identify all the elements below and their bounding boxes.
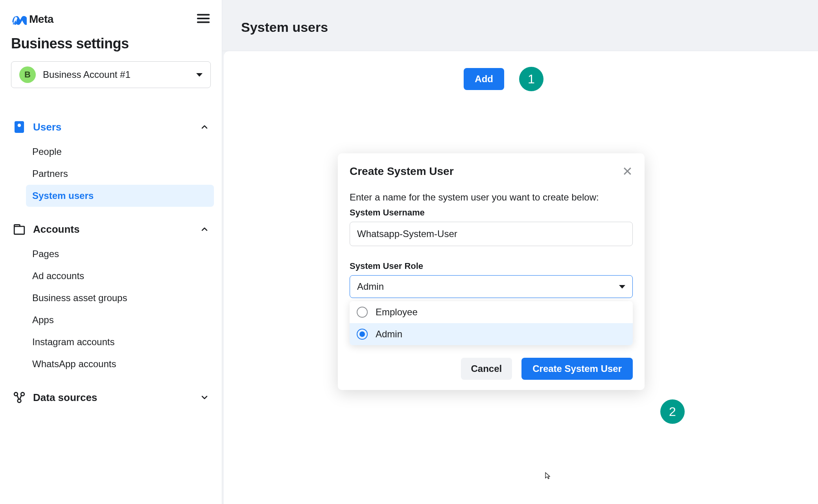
role-dropdown: Employee Admin: [350, 301, 633, 345]
account-selector[interactable]: B Business Account #1: [11, 61, 211, 88]
nav-item-pages[interactable]: Pages: [26, 243, 214, 265]
modal-title: Create System User: [350, 165, 454, 178]
brand-name: Meta: [29, 13, 53, 26]
nav-item-business-asset-groups[interactable]: Business asset groups: [26, 287, 214, 309]
nav-item-partners[interactable]: Partners: [26, 163, 214, 185]
system-username-input[interactable]: [350, 222, 633, 246]
data-sources-icon: [13, 391, 26, 404]
nav-group-users: Users People Partners System users: [11, 116, 211, 207]
main-area: System users Add 1 Create System User ✕ …: [222, 0, 818, 504]
nav-group-data-sources: Data sources: [11, 386, 211, 409]
create-system-user-button[interactable]: Create System User: [521, 358, 633, 380]
nav-label-accounts: Accounts: [33, 223, 193, 235]
caret-down-icon: [196, 73, 203, 77]
role-option-label: Employee: [376, 307, 418, 318]
add-button[interactable]: Add: [464, 68, 504, 90]
sidebar: Meta Business settings B Business Accoun…: [0, 0, 222, 504]
brand-logo: Meta: [11, 11, 53, 27]
meta-logo-icon: [11, 11, 27, 27]
chevron-up-icon: [200, 224, 209, 234]
page-title: Business settings: [11, 35, 211, 52]
hamburger-menu-icon[interactable]: [196, 11, 211, 28]
svg-rect-2: [14, 226, 24, 234]
svg-point-1: [18, 124, 21, 127]
toolbar-row: Add 1: [243, 67, 799, 91]
create-system-user-modal: Create System User ✕ Enter a name for th…: [338, 153, 645, 390]
nav-header-accounts[interactable]: Accounts: [11, 218, 211, 241]
users-icon: [13, 120, 26, 134]
nav-item-apps[interactable]: Apps: [26, 309, 214, 331]
role-option-employee[interactable]: Employee: [350, 301, 633, 323]
cancel-button[interactable]: Cancel: [461, 358, 512, 380]
role-option-label: Admin: [376, 329, 402, 340]
modal-header: Create System User ✕: [350, 165, 633, 178]
role-option-admin[interactable]: Admin: [350, 323, 633, 345]
role-selected-value: Admin: [357, 281, 384, 292]
nav-label-data-sources: Data sources: [33, 392, 193, 404]
cursor-pointer-icon: [542, 472, 551, 484]
content-card: Add 1 Create System User ✕ Enter a name …: [224, 51, 818, 504]
nav-item-people[interactable]: People: [26, 141, 214, 163]
header-row: Meta: [11, 11, 211, 28]
nav-header-data-sources[interactable]: Data sources: [11, 386, 211, 409]
nav-sub-accounts: Pages Ad accounts Business asset groups …: [11, 243, 211, 375]
system-user-role-select[interactable]: Admin: [350, 275, 633, 298]
caret-down-icon: [619, 285, 625, 289]
nav-item-instagram-accounts[interactable]: Instagram accounts: [26, 331, 214, 353]
username-label: System Username: [350, 208, 633, 218]
close-icon[interactable]: ✕: [622, 165, 633, 178]
nav-group-accounts: Accounts Pages Ad accounts Business asse…: [11, 218, 211, 375]
account-avatar: B: [19, 66, 36, 83]
accounts-icon: [13, 223, 26, 236]
nav-item-ad-accounts[interactable]: Ad accounts: [26, 265, 214, 287]
modal-description: Enter a name for the system user you wan…: [350, 192, 633, 203]
step-badge-1: 1: [519, 67, 543, 91]
svg-point-5: [18, 399, 21, 403]
step-badge-2: 2: [660, 399, 685, 424]
chevron-up-icon: [200, 122, 209, 132]
nav-label-users: Users: [33, 121, 193, 133]
role-label: System User Role: [350, 261, 633, 271]
radio-unchecked-icon: [357, 307, 368, 318]
main-heading: System users: [222, 0, 818, 51]
nav-item-system-users[interactable]: System users: [26, 185, 214, 207]
nav-header-users[interactable]: Users: [11, 116, 211, 138]
account-name: Business Account #1: [43, 69, 189, 80]
radio-checked-icon: [357, 329, 368, 340]
chevron-down-icon: [200, 393, 209, 402]
nav-item-whatsapp-accounts[interactable]: WhatsApp accounts: [26, 353, 214, 375]
modal-footer: Cancel Create System User: [350, 358, 633, 380]
nav-sub-users: People Partners System users: [11, 141, 211, 207]
